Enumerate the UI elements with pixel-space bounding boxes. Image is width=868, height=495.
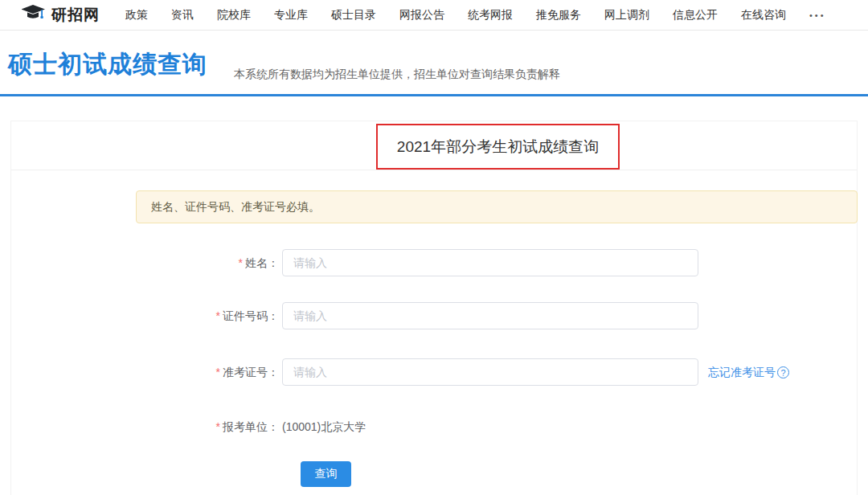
graduation-cap-icon — [22, 4, 46, 27]
applied-unit-label: *报考单位： — [11, 413, 279, 440]
name-input[interactable] — [282, 249, 698, 276]
required-asterisk: * — [216, 309, 220, 322]
id-number-input[interactable] — [282, 302, 698, 329]
applied-unit-value: (10001)北京大学 — [282, 413, 366, 440]
required-asterisk: * — [216, 420, 220, 433]
query-card: 2021年部分考生初试成绩查询 姓名、证件号码、准考证号必填。 *姓名： *证件… — [10, 121, 858, 495]
annotation-red-box: 2021年部分考生初试成绩查询 — [376, 124, 620, 170]
nav-item-masters-catalog[interactable]: 硕士目录 — [331, 8, 376, 22]
nav-item-policy[interactable]: 政策 — [125, 8, 148, 22]
nav-more-icon[interactable]: ••• — [809, 10, 826, 20]
required-asterisk: * — [216, 366, 220, 378]
nav-menu: 政策 资讯 院校库 专业库 硕士目录 网报公告 统考网报 推免服务 网上调剂 信… — [125, 8, 826, 22]
name-label: *姓名： — [11, 249, 279, 276]
card-title: 2021年部分考生初试成绩查询 — [397, 137, 599, 158]
card-header-divider — [11, 170, 857, 170]
nav-item-online-consult[interactable]: 在线咨询 — [741, 8, 786, 22]
blue-divider — [0, 94, 868, 96]
nav-item-online-adjustment[interactable]: 网上调剂 — [604, 8, 649, 22]
nav-item-unified-exam-registration[interactable]: 统考网报 — [468, 8, 513, 22]
nav-item-registration-notice[interactable]: 网报公告 — [399, 8, 444, 22]
nav-item-info-disclosure[interactable]: 信息公开 — [673, 8, 718, 22]
form-row-ticket-number: *准考证号： 忘记准考证号? — [11, 358, 857, 386]
nav-item-exemption-service[interactable]: 推免服务 — [536, 8, 581, 22]
id-number-label: *证件号码： — [11, 302, 279, 329]
form-row-applied-unit: *报考单位： (10001)北京大学 — [11, 413, 857, 440]
form-row-id-number: *证件号码： — [11, 302, 857, 329]
question-circle-icon: ? — [777, 366, 789, 378]
nav-item-major-library[interactable]: 专业库 — [274, 8, 308, 22]
nav-item-college-library[interactable]: 院校库 — [217, 8, 251, 22]
required-fields-notice: 姓名、证件号码、准考证号必填。 — [136, 190, 858, 223]
ticket-number-input[interactable] — [282, 358, 698, 386]
top-nav: 研招网 政策 资讯 院校库 专业库 硕士目录 网报公告 统考网报 推免服务 网上… — [0, 0, 868, 31]
forgot-ticket-link[interactable]: 忘记准考证号? — [708, 358, 789, 386]
required-asterisk: * — [239, 256, 243, 269]
page: 研招网 政策 资讯 院校库 专业库 硕士目录 网报公告 统考网报 推免服务 网上… — [0, 0, 868, 495]
ticket-number-label: *准考证号： — [11, 358, 279, 386]
page-subtitle: 本系统所有数据均为招生单位提供，招生单位对查询结果负责解释 — [234, 68, 560, 82]
site-logo[interactable]: 研招网 — [22, 4, 100, 27]
logo-text: 研招网 — [51, 5, 100, 26]
page-title: 硕士初试成绩查询 — [8, 48, 207, 81]
form-row-name: *姓名： — [11, 249, 857, 276]
query-button[interactable]: 查询 — [301, 461, 351, 487]
nav-item-news[interactable]: 资讯 — [171, 8, 194, 22]
